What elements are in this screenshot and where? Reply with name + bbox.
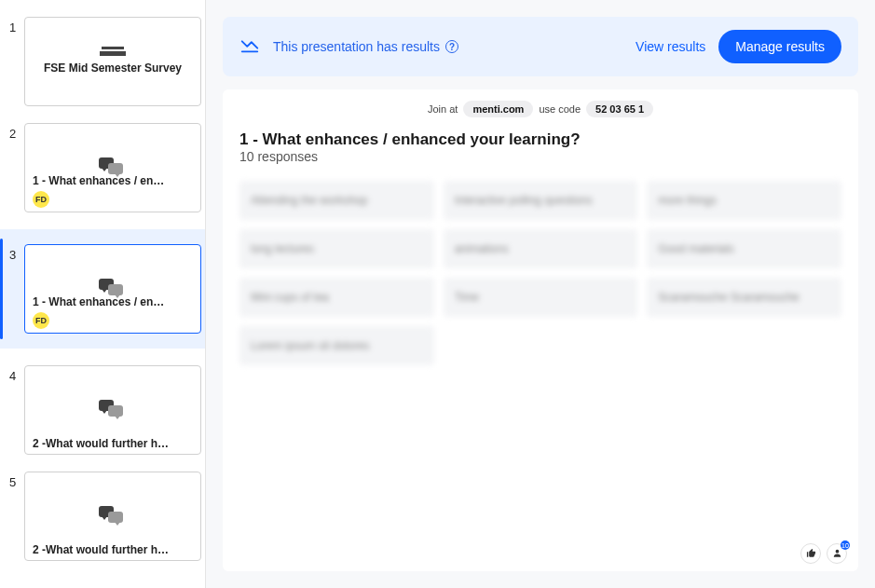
person-icon [832, 548, 842, 560]
slide-number: 4 [7, 365, 24, 383]
slide-thumbnail[interactable]: 2 1 - What enhances / en… FD [0, 123, 205, 212]
results-chart-icon [239, 34, 260, 59]
join-instructions: Join at menti.com use code 52 03 65 1 [428, 101, 653, 117]
response-card: Attending the workshop [239, 181, 434, 220]
preview-actions: 10 [800, 543, 847, 564]
slide-thumbnail[interactable]: 3 1 - What enhances / en… FD [0, 229, 205, 349]
thumb-title: 2 -What would further h… [33, 543, 193, 556]
thumb-card: 2 -What would further h… [24, 365, 201, 455]
slide-thumbnail[interactable]: 1 FSE Mid Semester Survey [0, 17, 205, 106]
svg-point-1 [835, 549, 839, 553]
responses-count: 10 responses [239, 149, 841, 164]
join-code-chip: 52 03 65 1 [586, 101, 653, 117]
response-card: animations [444, 229, 638, 268]
info-icon[interactable]: ? [445, 40, 458, 53]
fd-badge: FD [33, 191, 49, 208]
thumb-title: 1 - What enhances / en… [33, 295, 193, 308]
join-domain-chip: menti.com [463, 101, 533, 117]
response-card: long lectures [239, 229, 434, 268]
response-card: Good materials [647, 229, 841, 268]
response-card: Scaramouche Scaramouche [647, 278, 841, 317]
slide-number: 5 [7, 472, 24, 489]
slide-thumbnail[interactable]: 4 2 -What would further h… [0, 365, 205, 455]
thumb-title: 2 -What would further h… [33, 437, 193, 450]
response-card: Mini cups of tea [239, 278, 434, 317]
thumbs-up-button[interactable] [800, 543, 821, 564]
open-ended-icon [99, 400, 127, 420]
open-ended-icon [99, 506, 127, 526]
slide-number: 3 [7, 244, 24, 262]
responses-grid: Attending the workshop Interactive polli… [239, 181, 841, 365]
title-slide-decor-icon [100, 47, 126, 56]
thumb-title: FSE Mid Semester Survey [44, 62, 182, 76]
thumb-card: FSE Mid Semester Survey [24, 17, 201, 106]
banner-text: This presentation has results ? [273, 39, 622, 54]
response-card: Interactive polling questions [444, 181, 638, 220]
response-card: Time [444, 278, 638, 317]
thumb-card: 1 - What enhances / en… FD [24, 123, 201, 212]
slide-number: 1 [7, 17, 24, 34]
slide-preview: Join at menti.com use code 52 03 65 1 1 … [223, 89, 858, 571]
view-results-link[interactable]: View results [636, 39, 705, 54]
response-card: more things [647, 181, 841, 220]
participant-count-badge: 10 [841, 540, 850, 550]
question-title: 1 - What enhances / enhanced your learni… [239, 130, 841, 149]
manage-results-button[interactable]: Manage results [718, 30, 841, 63]
thumb-title: 1 - What enhances / en… [33, 174, 193, 187]
thumb-card: 2 -What would further h… [24, 472, 201, 561]
response-card: Lorem ipsum sit dolores [239, 326, 434, 365]
slide-panel: 1 FSE Mid Semester Survey 2 1 - What enh… [0, 0, 206, 588]
fd-badge: FD [33, 312, 49, 329]
thumbs-up-icon [806, 548, 816, 560]
main-area: This presentation has results ? View res… [206, 0, 875, 588]
thumb-card: 1 - What enhances / en… FD [24, 244, 201, 334]
slide-thumbnail[interactable]: 5 2 -What would further h… [0, 472, 205, 561]
results-banner: This presentation has results ? View res… [223, 17, 858, 76]
participants-button[interactable]: 10 [827, 543, 847, 564]
slide-number: 2 [7, 123, 24, 141]
